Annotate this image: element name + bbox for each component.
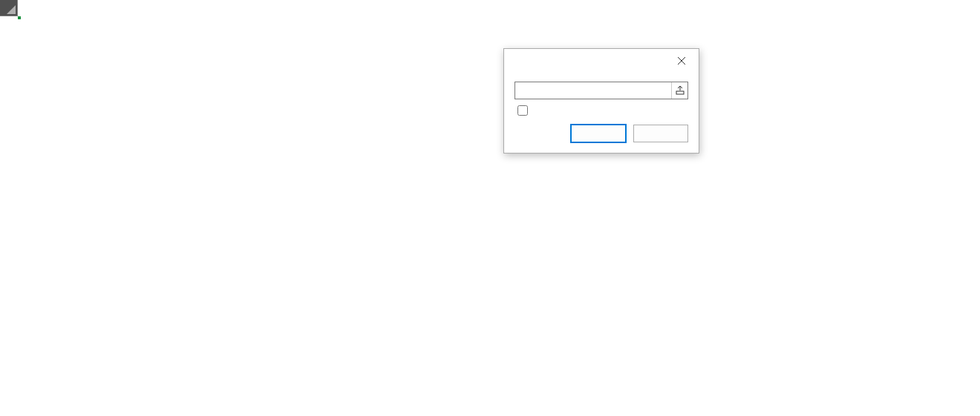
range-picker-button[interactable] bbox=[671, 82, 687, 99]
create-table-dialog bbox=[503, 48, 699, 153]
dialog-buttons bbox=[514, 125, 688, 142]
selection-marquee bbox=[18, 16, 21, 19]
dialog-body bbox=[504, 73, 699, 153]
help-button[interactable] bbox=[648, 50, 670, 71]
close-button[interactable] bbox=[670, 50, 693, 71]
ok-button[interactable] bbox=[571, 125, 626, 142]
collapse-dialog-icon bbox=[676, 86, 685, 95]
spreadsheet bbox=[0, 0, 980, 416]
headers-checkbox-row bbox=[517, 105, 688, 116]
dialog-titlebar[interactable] bbox=[504, 49, 699, 73]
range-input-wrap bbox=[514, 82, 688, 99]
cancel-button[interactable] bbox=[633, 125, 688, 142]
has-headers-checkbox[interactable] bbox=[517, 105, 528, 116]
select-all-corner[interactable] bbox=[0, 0, 18, 16]
svg-rect-2 bbox=[676, 91, 684, 94]
close-icon bbox=[678, 57, 685, 65]
range-input[interactable] bbox=[515, 82, 671, 99]
